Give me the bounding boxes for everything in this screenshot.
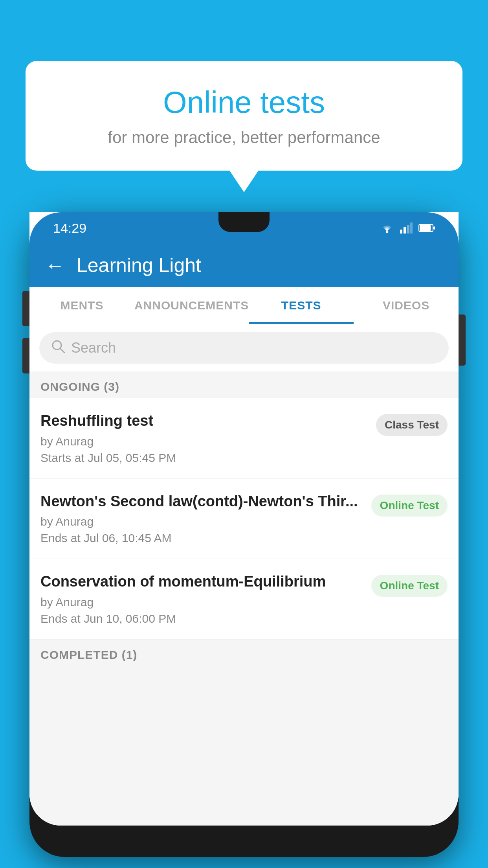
test-badge-2: Online Test: [371, 495, 448, 517]
test-time-1: Starts at Jul 05, 05:45 PM: [40, 451, 368, 465]
screen-content: Search ONGOING (3) Reshuffling test by A…: [29, 324, 459, 826]
svg-rect-1: [400, 230, 402, 234]
status-icons: [380, 223, 435, 234]
test-badge-3: Online Test: [371, 575, 448, 597]
status-time: 14:29: [53, 221, 86, 236]
tab-videos[interactable]: VIDEOS: [354, 287, 459, 324]
phone-screen: 14:29: [29, 212, 459, 826]
test-list: Reshuffling test by Anurag Starts at Jul…: [29, 398, 459, 640]
test-time-3: Ends at Jun 10, 06:00 PM: [40, 612, 363, 625]
test-item-1[interactable]: Reshuffling test by Anurag Starts at Jul…: [29, 398, 459, 479]
wifi-icon: [380, 223, 394, 234]
test-time-2: Ends at Jul 06, 10:45 AM: [40, 531, 363, 545]
search-container: Search: [29, 324, 459, 371]
test-item-3[interactable]: Conservation of momentum-Equilibrium by …: [29, 559, 459, 640]
test-by-3: by Anurag: [40, 596, 363, 609]
svg-rect-2: [404, 227, 406, 234]
svg-rect-6: [420, 225, 431, 231]
completed-section-title: COMPLETED (1): [40, 648, 137, 661]
ongoing-section-title: ONGOING (3): [40, 380, 119, 393]
ongoing-section-header: ONGOING (3): [29, 371, 459, 398]
back-button[interactable]: ←: [45, 254, 65, 277]
test-info-2: Newton's Second law(contd)-Newton's Thir…: [40, 493, 371, 545]
bubble-title: Online tests: [57, 85, 431, 120]
test-name-1: Reshuffling test: [40, 412, 368, 430]
signal-icon: [400, 223, 413, 234]
notch: [218, 212, 270, 232]
test-by-1: by Anurag: [40, 435, 368, 448]
battery-icon: [418, 223, 435, 233]
svg-rect-7: [433, 226, 435, 230]
svg-rect-3: [407, 225, 409, 234]
volume-down-button[interactable]: [22, 338, 29, 373]
tab-announcements[interactable]: ANNOUNCEMENTS: [134, 287, 249, 324]
test-name-2: Newton's Second law(contd)-Newton's Thir…: [40, 493, 363, 511]
bubble-subtitle: for more practice, better performance: [57, 128, 431, 147]
test-name-3: Conservation of momentum-Equilibrium: [40, 573, 363, 591]
test-by-2: by Anurag: [40, 515, 363, 528]
search-bar[interactable]: Search: [39, 332, 449, 364]
speech-bubble: Online tests for more practice, better p…: [26, 61, 462, 171]
power-button[interactable]: [459, 314, 466, 366]
app-bar: ← Learning Light: [29, 244, 459, 287]
tabs-bar: MENTS ANNOUNCEMENTS TESTS VIDEOS: [29, 287, 459, 324]
search-icon: [51, 339, 65, 357]
volume-up-button[interactable]: [22, 291, 29, 326]
svg-rect-4: [410, 223, 413, 234]
status-bar: 14:29: [29, 212, 459, 244]
phone-frame: 14:29: [29, 212, 459, 857]
test-badge-1: Class Test: [376, 414, 448, 436]
app-title: Learning Light: [77, 254, 201, 277]
speech-bubble-container: Online tests for more practice, better p…: [26, 61, 462, 171]
test-info-3: Conservation of momentum-Equilibrium by …: [40, 573, 371, 625]
svg-line-9: [60, 348, 64, 353]
phone-container: 14:29: [29, 212, 459, 868]
search-placeholder: Search: [71, 340, 116, 356]
tab-ments[interactable]: MENTS: [29, 287, 134, 324]
completed-section-header: COMPLETED (1): [29, 640, 459, 666]
test-item-2[interactable]: Newton's Second law(contd)-Newton's Thir…: [29, 479, 459, 559]
test-info-1: Reshuffling test by Anurag Starts at Jul…: [40, 412, 376, 465]
svg-point-0: [386, 231, 388, 233]
tab-tests[interactable]: TESTS: [249, 287, 354, 324]
